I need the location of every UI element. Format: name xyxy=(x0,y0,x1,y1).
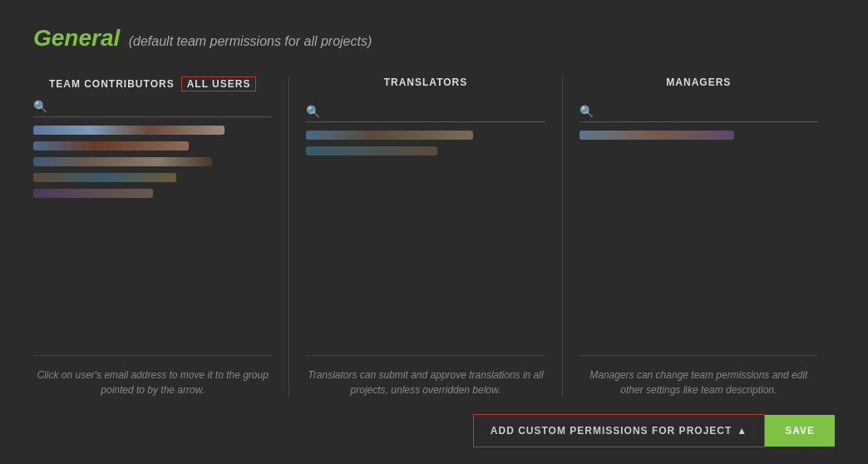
search-input-1[interactable] xyxy=(52,101,272,113)
save-button[interactable]: SAVE xyxy=(765,415,835,447)
search-input-3[interactable] xyxy=(599,106,818,118)
column-description-1: Click on user's email address to move it… xyxy=(33,364,272,397)
page-title-main: General xyxy=(33,25,120,51)
divider-3 xyxy=(579,355,818,356)
all-users-tab[interactable]: ALL USERS xyxy=(181,77,257,91)
list-item[interactable] xyxy=(306,146,545,155)
search-icon-3: 🔍 xyxy=(579,105,594,118)
column-header-row-1: TEAM CONTRIBUTORS ALL USERS xyxy=(33,77,272,91)
chevron-up-icon: ▲ xyxy=(737,425,747,437)
column-team-contributors: TEAM CONTRIBUTORS ALL USERS 🔍 xyxy=(33,77,289,397)
user-list-1 xyxy=(33,126,272,347)
page-container: General (default team permissions for al… xyxy=(0,0,868,464)
column-translators: TRANSLATORS 🔍 Translators can submit and… xyxy=(289,77,562,397)
page-title-sub: (default team permissions for all projec… xyxy=(129,34,372,48)
search-row-3: 🔍 xyxy=(579,105,818,122)
search-row-2: 🔍 xyxy=(306,105,545,122)
managers-label: MANAGERS xyxy=(666,77,731,88)
bottom-bar: ADD CUSTOM PERMISSIONS FOR PROJECT ▲ SAV… xyxy=(33,397,835,447)
column-header-row-3: MANAGERS xyxy=(579,77,818,96)
list-item[interactable] xyxy=(33,126,272,135)
search-icon-2: 🔍 xyxy=(306,105,320,118)
add-custom-permissions-button[interactable]: ADD CUSTOM PERMISSIONS FOR PROJECT ▲ xyxy=(473,414,765,447)
search-input-2[interactable] xyxy=(325,106,545,118)
list-item[interactable] xyxy=(33,141,272,151)
team-contributors-label: TEAM CONTRIBUTORS xyxy=(49,78,175,90)
page-header: General (default team permissions for al… xyxy=(33,25,835,52)
search-icon-1: 🔍 xyxy=(33,100,47,113)
column-header-row-2: TRANSLATORS xyxy=(306,77,545,96)
column-description-3: Managers can change team permissions and… xyxy=(579,364,818,397)
column-description-2: Translators can submit and approve trans… xyxy=(306,364,545,397)
columns-area: TEAM CONTRIBUTORS ALL USERS 🔍 xyxy=(33,77,835,397)
list-item[interactable] xyxy=(306,131,545,140)
user-list-2 xyxy=(306,131,545,347)
user-list-3 xyxy=(579,131,818,347)
divider-1 xyxy=(33,355,272,356)
list-item[interactable] xyxy=(33,173,272,182)
search-row-1: 🔍 xyxy=(33,100,272,117)
list-item[interactable] xyxy=(33,189,272,198)
list-item[interactable] xyxy=(33,157,272,166)
translators-label: TRANSLATORS xyxy=(384,77,468,88)
add-custom-label: ADD CUSTOM PERMISSIONS FOR PROJECT xyxy=(491,425,732,437)
column-managers: MANAGERS 🔍 Managers can change team perm… xyxy=(563,77,835,397)
list-item[interactable] xyxy=(579,131,818,140)
divider-2 xyxy=(306,355,545,356)
